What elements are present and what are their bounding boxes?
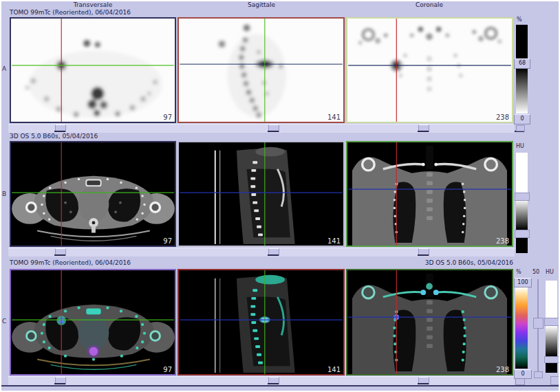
viewport-c-sagittale[interactable]: 141 [177, 269, 345, 375]
fusion-percent-unit: % [516, 269, 521, 275]
viewport-b-coronale[interactable]: 238 [346, 141, 513, 247]
fusion-percent-lower[interactable]: 0 [514, 369, 532, 379]
row-label-b: B [2, 190, 6, 197]
ct-colorbar-unit: HU [516, 143, 524, 149]
slice-number: 141 [327, 113, 341, 121]
fusion-hu-unit: HU [546, 269, 554, 275]
viewport-a-transversale[interactable]: 97 [10, 17, 176, 123]
slice-number: 141 [327, 237, 341, 245]
fusion-blend-handle[interactable] [533, 318, 543, 329]
slice-number: 97 [163, 113, 172, 121]
series-title-ct: 3D OS 5.0 B60s, 05/04/2016 [10, 133, 98, 140]
slice-slider-strip-c[interactable] [8, 376, 515, 385]
column-header-sagittale: Sagittale [213, 1, 310, 8]
slice-number: 141 [327, 366, 341, 373]
series-title-fusion-left: TOMO 99mTc (Reoriented), 06/04/2016 [10, 259, 131, 266]
nm-lower-threshold-handle[interactable]: 0 [514, 114, 530, 124]
fusion-sagittal-image [179, 270, 343, 374]
nm-coronal-image [347, 19, 512, 122]
nm-colorbar-unit: % [517, 17, 522, 23]
corner-scroll-button[interactable] [550, 376, 560, 385]
viewport-c-coronale[interactable]: 238 [346, 269, 513, 375]
viewport-c-transversale[interactable]: 97 [10, 269, 176, 375]
fusion-hu-lower-handle[interactable] [544, 356, 559, 363]
ct-window-lower-handle[interactable] [515, 230, 530, 238]
slice-slider-strip-b[interactable] [8, 248, 515, 257]
slice-number: 238 [496, 237, 509, 245]
nm-colorbar [516, 25, 528, 122]
ct-window-upper-handle[interactable] [515, 193, 530, 201]
ct-sagittal-image [179, 142, 343, 246]
fusion-blend-bottom-handle[interactable] [534, 371, 543, 378]
row-label-c: C [2, 318, 6, 325]
slice-number: 238 [496, 113, 509, 121]
series-title-fusion-right: 3D OS 5.0 B60s, 05/04/2016 [346, 259, 513, 266]
viewport-b-sagittale[interactable]: 141 [177, 141, 345, 247]
fusion-percent-upper[interactable]: 100 [514, 278, 532, 287]
viewport-a-coronale[interactable]: 238 [346, 17, 513, 123]
slice-number: 97 [163, 366, 172, 373]
column-header-transversale: Transversale [44, 1, 142, 8]
viewport-a-sagittale[interactable]: 141 [177, 17, 345, 123]
fusion-blend-value: 50 [532, 269, 539, 275]
nm-sagittal-image [179, 19, 343, 122]
slice-number: 238 [496, 366, 509, 373]
fusion-viewer-window: Transversale Sagittale Coronale A B C TO… [0, 0, 560, 392]
bottom-divider [0, 385, 560, 386]
slice-slider-strip-a[interactable] [8, 124, 515, 133]
fusion-color-lut-bar [515, 287, 528, 369]
series-title-nm: TOMO 99mTc (Reoriented), 06/04/2016 [10, 9, 131, 16]
nm-upper-threshold-handle[interactable]: 68 [514, 58, 530, 69]
nm-axial-image [11, 19, 175, 122]
ct-colorbar [516, 153, 528, 253]
column-header-coronale: Coronale [380, 1, 478, 8]
fusion-axial-image [11, 270, 175, 374]
row-label-a: A [2, 65, 6, 72]
ct-coronal-image [347, 142, 512, 246]
fusion-coronal-image [347, 270, 512, 374]
viewport-b-transversale[interactable]: 97 [10, 141, 176, 247]
ct-axial-image [11, 142, 175, 246]
fusion-hu-upper-handle[interactable] [544, 318, 559, 326]
slice-number: 97 [163, 237, 172, 245]
nm-colorbar-slider[interactable] [516, 125, 525, 131]
